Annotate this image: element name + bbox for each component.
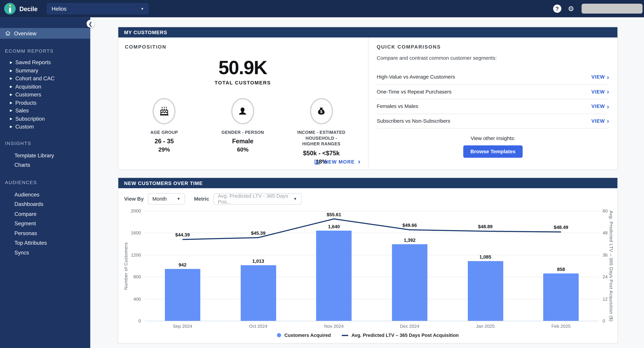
right-axis-tick: 24 — [602, 274, 608, 279]
legend-item[interactable]: Avg. Predicted LTV – 365 Days Post Acqui… — [342, 333, 459, 338]
expand-caret-icon: ▶ — [10, 117, 12, 121]
sidebar-item-segment[interactable]: Segment — [0, 219, 90, 228]
sidebar-item-charts[interactable]: Charts — [0, 160, 90, 170]
question-icon: ? — [556, 5, 559, 12]
sidebar-item-label: Custom — [15, 124, 34, 130]
view-link[interactable]: VIEW› — [592, 118, 609, 124]
chevron-right-icon: › — [358, 158, 361, 165]
comparison-label: Subscribers vs Non-Subscribers — [377, 118, 450, 124]
workspace-select[interactable]: Helios ▼ — [47, 3, 149, 14]
sidebar-item-acquisition[interactable]: ▶Acquisition — [0, 82, 90, 91]
sidebar-section-title: ECOMM REPORTS — [0, 48, 90, 53]
view-link-label: VIEW — [592, 89, 605, 95]
sidebar-item-top-attributes[interactable]: Top Attributes — [0, 238, 90, 248]
report-list-icon — [314, 159, 320, 165]
sidebar-item-audiences[interactable]: Audiences — [0, 190, 90, 199]
legend-label: Avg. Predicted LTV – 365 Days Post Acqui… — [351, 333, 459, 338]
sidebar-item-dashboards[interactable]: Dashboards — [0, 199, 90, 209]
topbar-search-placeholder[interactable] — [582, 4, 642, 14]
sidebar-item-label: Audiences — [14, 191, 40, 198]
sidebar-item-overview[interactable]: Overview — [0, 28, 90, 39]
stat-share: 29% — [158, 146, 170, 153]
metric-select[interactable]: Avg. Predicted LTV - 365 Days Pos... ▼ — [213, 193, 302, 205]
sidebar-item-compare[interactable]: Compare — [0, 209, 90, 219]
chevron-right-icon: › — [607, 103, 609, 109]
legend-dash-icon — [342, 335, 348, 336]
sidebar-item-label: Charts — [14, 162, 30, 168]
sidebar-item-label: Acquisition — [15, 84, 41, 90]
x-axis-label: Sep 2024 — [173, 324, 192, 329]
settings-gear-icon[interactable]: ⚙ — [568, 4, 574, 13]
dashboard-page: Decile Helios ▼ ? ⚙ Overview ECOMM REPOR… — [0, 0, 644, 348]
sidebar-item-label: Products — [15, 99, 36, 106]
sidebar-item-label: Cohort and CAC — [15, 75, 54, 82]
sidebar-item-saved-reports[interactable]: ▶Saved Reports — [0, 58, 90, 67]
sidebar-item-label: Segment — [14, 221, 36, 227]
top-navigation-bar: Decile Helios ▼ ? ⚙ — [0, 0, 644, 17]
left-axis-tick: 1200 — [131, 252, 141, 257]
sidebar-item-cohort-and-cac[interactable]: ▶Cohort and CAC — [0, 74, 90, 82]
composition-stats: AGE GROUP26 - 3529%GENDER - PERSONFemale… — [125, 98, 361, 165]
sidebar-item-sales[interactable]: ▶Sales — [0, 107, 90, 115]
sidebar-item-customers[interactable]: ▶Customers — [0, 91, 90, 99]
chevron-right-icon: › — [607, 118, 609, 124]
stat-value: Female — [232, 138, 254, 145]
sidebar-collapse-button[interactable]: ❮ — [86, 20, 94, 28]
comparison-label: Females vs Males — [377, 103, 418, 109]
legend-item[interactable]: Customers Acquired — [277, 333, 331, 338]
sidebar-item-custom[interactable]: ▶Custom — [0, 123, 90, 131]
chevron-right-icon: › — [607, 89, 609, 95]
expand-caret-icon: ▶ — [10, 85, 12, 88]
sidebar-sections: ECOMM REPORTS▶Saved Reports▶Summary▶Coho… — [0, 48, 90, 257]
chevron-left-icon: ❮ — [88, 21, 92, 26]
expand-caret-icon: ▶ — [10, 60, 12, 64]
ltv-line-series — [144, 211, 599, 321]
comparison-row: Subscribers vs Non-SubscribersVIEW› — [377, 114, 609, 128]
sidebar-item-products[interactable]: ▶Products — [0, 99, 90, 107]
sidebar-item-subscription[interactable]: ▶Subscription — [0, 115, 90, 123]
view-link[interactable]: VIEW› — [592, 74, 609, 80]
sidebar-item-summary[interactable]: ▶Summary — [0, 67, 90, 75]
sidebar-item-label: Top Attributes — [14, 240, 47, 246]
sidebar-item-syncs[interactable]: Syncs — [0, 248, 90, 257]
x-axis-label: Nov 2024 — [324, 324, 344, 329]
help-button[interactable]: ? — [553, 4, 561, 13]
view-by-select[interactable]: Month ▼ — [148, 193, 185, 205]
svg-text:$: $ — [320, 109, 322, 114]
stat-value: 26 - 35 — [154, 138, 174, 145]
main-content: MY CUSTOMERS COMPOSITION 50.9K TOTAL CUS… — [90, 17, 644, 348]
chart-controls: View By Month ▼ Metric Avg. Predicted LT… — [124, 193, 302, 205]
sidebar-item-label: Template Library — [14, 152, 54, 158]
sidebar-section-title: AUDIENCES — [0, 180, 90, 185]
chevron-down-icon: ▼ — [141, 7, 144, 11]
right-axis-tick: 0 — [602, 318, 605, 323]
birthday-cake-icon — [153, 98, 176, 124]
comparison-rows: High-Value vs Average CustomersVIEW›One-… — [377, 70, 609, 128]
chart-legend: Customers AcquiredAvg. Predicted LTV – 3… — [118, 333, 618, 338]
expand-caret-icon: ▶ — [10, 109, 12, 113]
sidebar-item-label: Dashboards — [14, 201, 43, 207]
composition-panel: COMPOSITION 50.9K TOTAL CUSTOMERS AGE GR… — [118, 37, 368, 169]
brand-name: Decile — [20, 5, 38, 12]
gridline — [144, 321, 599, 321]
right-axis-tick: 60 — [602, 208, 608, 213]
view-more-link[interactable]: VIEW MORE › — [314, 158, 361, 165]
other-insights-label: View other insights: — [377, 136, 609, 141]
left-axis-title: Number of Customers — [123, 242, 128, 290]
metric-label: Metric — [194, 196, 209, 202]
expand-caret-icon: ▶ — [10, 101, 12, 104]
line-value-label: $48.89 — [478, 224, 492, 229]
browse-templates-button[interactable]: Browse Templates — [463, 145, 522, 158]
sidebar-item-label: Saved Reports — [15, 59, 51, 65]
sidebar-item-personas[interactable]: Personas — [0, 228, 90, 238]
sidebar-item-label: Summary — [15, 67, 38, 74]
sidebar-item-label: Customers — [15, 91, 41, 98]
legend-dot-icon — [277, 333, 281, 337]
sidebar-item-label: Syncs — [14, 250, 29, 256]
dual-axis-chart: Number of Customers Avg. Predicted LTV –… — [144, 211, 599, 321]
sidebar-section: ECOMM REPORTS▶Saved Reports▶Summary▶Coho… — [0, 48, 90, 131]
view-link[interactable]: VIEW› — [592, 103, 609, 109]
expand-caret-icon: ▶ — [10, 125, 12, 129]
view-link[interactable]: VIEW› — [592, 89, 609, 95]
sidebar-item-template-library[interactable]: Template Library — [0, 150, 90, 160]
